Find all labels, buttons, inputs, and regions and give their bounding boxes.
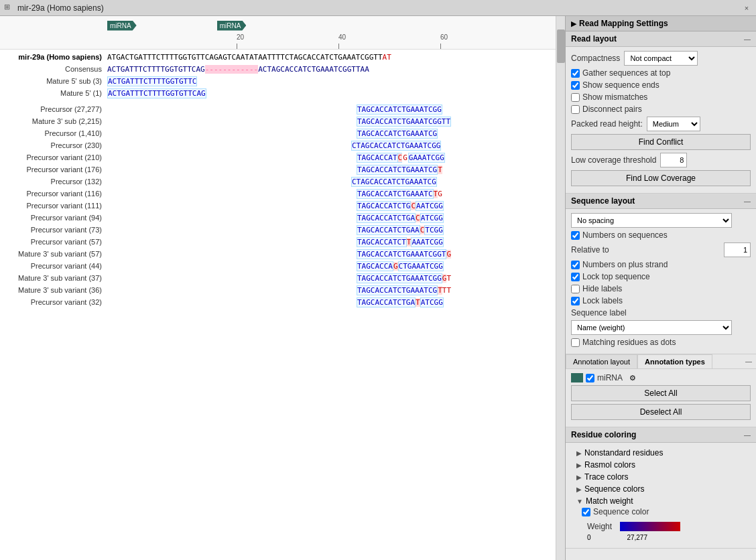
consensus-label: Consensus [0,65,107,73]
mature5-1-row: Mature 5' (1) ACTGATTTCTTTTGGTGTTCAG [0,87,556,99]
gather-sequences-checkbox[interactable] [571,69,580,78]
mirna-arrow-1: miRNA [107,21,137,31]
sequence-label-select[interactable]: Name (weight) [571,320,732,335]
precursor27277-row: Precursor (27,277) TAGCACCATCTGAAATCGG [0,103,556,115]
deselect-all-button[interactable]: Deselect All [571,404,751,420]
tab-annotation-layout[interactable]: Annotation layout [566,354,637,368]
mirna-arrow-2: miRNA [217,21,247,31]
mirna-ann-checkbox[interactable] [586,374,594,382]
precursorv116-label: Precursor variant (116) [0,190,107,198]
show-sequence-ends-checkbox[interactable] [571,81,580,90]
numbers-on-seq-checkbox[interactable] [571,231,580,240]
weight-label: Weight [587,522,612,531]
lock-top-seq-checkbox[interactable] [571,273,580,281]
trace-expand-icon: ▶ [576,474,582,481]
mirna-settings-icon[interactable]: ⚙ [629,374,636,382]
annotation-collapse[interactable]: — [741,354,756,368]
spacing-select[interactable]: No spacing [571,213,732,228]
select-all-button[interactable]: Select All [571,385,751,401]
sequence-label-select-row: Name (weight) [571,320,751,335]
matching-residues-label: Matching residues as dots [582,338,676,347]
mature3sub2215-row: Mature 3' sub (2,215) TAGCACCATCTGAAATCG… [0,115,556,127]
mature5sub3-seq: ACTGATTTCTTTTGGTGTTC [107,76,197,86]
precursor230-row: Precursor (230) CTAGCACCATCTGAAATCGG [0,139,556,151]
lock-top-seq-row: Lock top sequence [571,272,751,281]
residue-coloring-title: Residue coloring [571,430,636,439]
read-layout-collapse[interactable]: — [744,36,751,43]
mature3subv36-row: Mature 3' sub variant (36) TAGCACCATCTGA… [0,284,556,296]
mirna-arrows-row: miRNA miRNA [107,19,246,32]
rasmol-label: Rasmol colors [584,460,635,470]
precursorv32-row: Precursor variant (32) TAGCACCATCTGATATC… [0,296,556,308]
gather-sequences-label: Gather sequences at top [582,68,670,78]
close-button[interactable]: × [741,3,752,13]
matching-residues-row: Matching residues as dots [571,338,751,347]
nonstandard-residues-item[interactable]: ▶ Nonstandard residues [571,447,751,459]
annotation-section: Annotation layout Annotation types — miR… [566,354,756,427]
read-layout-title: Read layout [571,34,617,44]
precursor1410-label: Precursor (1,410) [0,129,107,137]
mature5sub3-row: Mature 5' sub (3) ACTGATTTCTTTTGGTGTTC [0,75,556,87]
packed-read-height-row: Packed read height: Medium [571,117,751,131]
find-conflict-button[interactable]: Find Conflict [571,134,751,150]
numbers-plus-strand-label: Numbers on plus strand [582,260,668,269]
nonstandard-expand-icon: ▶ [576,449,582,457]
match-weight-content: Sequence color Weight 0 27,277 [571,507,751,544]
lock-top-seq-label: Lock top sequence [582,272,650,281]
mature3subv36-label: Mature 3' sub variant (36) [0,286,107,294]
packed-read-height-select[interactable]: Medium [647,117,700,131]
vertical-scrollbar[interactable] [556,16,565,560]
rasmol-expand-icon: ▶ [576,462,582,469]
precursorv111-row: Precursor variant (111) TAGCACCATCTGCAAT… [0,200,556,212]
precursorv210-label: Precursor variant (210) [0,153,107,161]
sequence-rows: mir-29a (Homo sapiens) ATGACTGATTTCTTTTG… [0,50,556,309]
mirna-color-swatch [571,373,583,382]
show-mismatches-checkbox[interactable] [571,93,580,102]
show-mismatches-label: Show mismatches [582,92,647,102]
settings-expand-icon[interactable]: ▶ [571,19,576,28]
lock-labels-label: Lock labels [582,296,623,305]
read-layout-content: Compactness Not compact Gather sequences… [566,47,756,193]
compactness-label: Compactness [571,54,620,63]
sequence-colors-item[interactable]: ▶ Sequence colors [571,483,751,495]
numbers-plus-strand-checkbox[interactable] [571,261,580,269]
relative-to-input[interactable] [724,242,751,257]
mature3subv37-row: Mature 3' sub variant (37) TAGCACCATCTGA… [0,272,556,284]
precursorv44-label: Precursor variant (44) [0,262,107,270]
hide-labels-checkbox[interactable] [571,285,580,293]
sequence-color-checkbox[interactable] [582,508,590,516]
low-coverage-row: Low coverage threshold [571,153,751,167]
relative-to-label: Relative to [571,245,609,255]
packed-read-height-label: Packed read height: [571,119,643,129]
residue-coloring-header: Residue coloring — [566,427,756,443]
matching-residues-checkbox[interactable] [571,338,580,347]
lock-labels-checkbox[interactable] [571,297,580,305]
precursorv116-row: Precursor variant (116) TAGCACCATCTGAAAT… [0,188,556,200]
settings-panel: ▶ Read Mapping Settings Read layout — Co… [565,16,756,560]
match-weight-item[interactable]: ▼ Match weight [571,495,751,507]
read-layout-header: Read layout — [566,31,756,47]
low-coverage-input[interactable] [660,153,687,167]
show-sequence-ends-label: Show sequence ends [582,80,659,90]
tab-annotation-types[interactable]: Annotation types [637,354,712,368]
ruler-area: miRNA miRNA 20 40 60 [0,16,556,50]
match-weight-expand-icon: ▼ [576,498,583,505]
find-low-coverage-button[interactable]: Find Low Coverage [571,170,751,186]
mirna-ann-label: miRNA [597,373,623,382]
mature3subv37-label: Mature 3' sub variant (37) [0,274,107,282]
residue-coloring-collapse[interactable]: — [744,431,751,439]
precursorv94-label: Precursor variant (94) [0,214,107,222]
trace-colors-item[interactable]: ▶ Trace colors [571,471,751,483]
rasmol-colors-item[interactable]: ▶ Rasmol colors [571,459,751,471]
precursorv44-row: Precursor variant (44) TAGCACCAGCTGAAATC… [0,260,556,272]
precursor132-label: Precursor (132) [0,178,107,186]
show-sequence-ends-row: Show sequence ends [571,80,751,90]
weight-min: 0 [587,534,591,541]
sequence-label-label-row: Sequence label [571,308,751,318]
show-mismatches-row: Show mismatches [571,92,751,102]
sequence-layout-collapse[interactable]: — [744,198,751,205]
scrollbar-thumb[interactable] [557,29,565,63]
compactness-select[interactable]: Not compact [624,51,698,66]
numbers-on-seq-label: Numbers on sequences [582,230,668,240]
disconnect-pairs-checkbox[interactable] [571,105,580,114]
